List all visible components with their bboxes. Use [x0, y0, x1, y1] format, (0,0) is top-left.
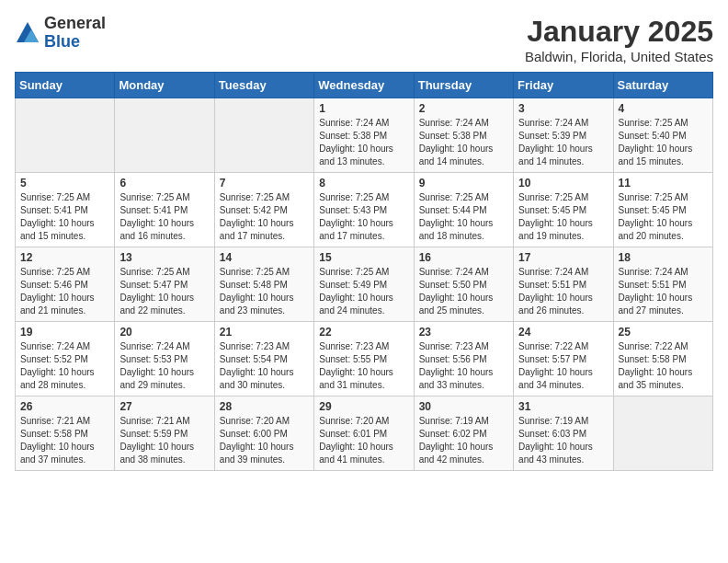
calendar-cell: 12Sunrise: 7:25 AM Sunset: 5:46 PM Dayli… — [16, 247, 115, 322]
day-info: Sunrise: 7:25 AM Sunset: 5:47 PM Dayligh… — [119, 266, 209, 317]
day-info: Sunrise: 7:24 AM Sunset: 5:51 PM Dayligh… — [619, 266, 708, 317]
day-info: Sunrise: 7:24 AM Sunset: 5:39 PM Dayligh… — [518, 117, 608, 168]
calendar-cell — [115, 98, 214, 173]
day-number: 22 — [319, 326, 408, 339]
day-number: 21 — [220, 326, 309, 339]
day-number: 29 — [319, 400, 408, 413]
weekday-header-wednesday: Wednesday — [314, 73, 414, 98]
calendar-cell: 4Sunrise: 7:25 AM Sunset: 5:40 PM Daylig… — [613, 98, 712, 173]
day-number: 9 — [419, 177, 508, 190]
day-number: 19 — [20, 326, 109, 339]
logo: General Blue — [15, 15, 106, 52]
day-number: 26 — [20, 400, 109, 413]
calendar-cell: 11Sunrise: 7:25 AM Sunset: 5:45 PM Dayli… — [613, 173, 712, 247]
calendar-cell — [613, 396, 712, 471]
logo-text: General Blue — [44, 15, 106, 52]
weekday-header-sunday: Sunday — [16, 73, 115, 98]
day-info: Sunrise: 7:21 AM Sunset: 5:59 PM Dayligh… — [119, 415, 209, 466]
week-row-2: 5Sunrise: 7:25 AM Sunset: 5:41 PM Daylig… — [16, 173, 713, 247]
day-info: Sunrise: 7:23 AM Sunset: 5:54 PM Dayligh… — [220, 340, 309, 392]
weekday-header-friday: Friday — [514, 73, 613, 98]
day-number: 20 — [119, 326, 209, 339]
calendar-cell: 17Sunrise: 7:24 AM Sunset: 5:51 PM Dayli… — [514, 247, 613, 322]
calendar-cell: 2Sunrise: 7:24 AM Sunset: 5:38 PM Daylig… — [414, 98, 513, 173]
day-info: Sunrise: 7:25 AM Sunset: 5:40 PM Dayligh… — [619, 117, 708, 168]
day-info: Sunrise: 7:24 AM Sunset: 5:53 PM Dayligh… — [119, 340, 209, 392]
calendar-cell: 8Sunrise: 7:25 AM Sunset: 5:43 PM Daylig… — [314, 173, 414, 247]
day-info: Sunrise: 7:24 AM Sunset: 5:38 PM Dayligh… — [319, 117, 408, 168]
calendar-cell: 27Sunrise: 7:21 AM Sunset: 5:59 PM Dayli… — [115, 396, 214, 471]
day-number: 28 — [220, 400, 309, 413]
calendar-cell — [16, 98, 115, 173]
calendar-subtitle: Baldwin, Florida, United States — [525, 49, 713, 64]
day-info: Sunrise: 7:25 AM Sunset: 5:45 PM Dayligh… — [518, 191, 608, 243]
day-number: 6 — [119, 177, 209, 190]
calendar-cell: 18Sunrise: 7:24 AM Sunset: 5:51 PM Dayli… — [613, 247, 712, 322]
calendar-cell: 25Sunrise: 7:22 AM Sunset: 5:58 PM Dayli… — [613, 322, 712, 396]
title-block: January 2025 Baldwin, Florida, United St… — [525, 15, 713, 64]
day-info: Sunrise: 7:25 AM Sunset: 5:48 PM Dayligh… — [220, 266, 309, 317]
day-info: Sunrise: 7:24 AM Sunset: 5:51 PM Dayligh… — [518, 266, 608, 317]
week-row-1: 1Sunrise: 7:24 AM Sunset: 5:38 PM Daylig… — [16, 98, 713, 173]
day-info: Sunrise: 7:23 AM Sunset: 5:55 PM Dayligh… — [319, 340, 408, 392]
calendar-cell: 20Sunrise: 7:24 AM Sunset: 5:53 PM Dayli… — [115, 322, 214, 396]
day-info: Sunrise: 7:22 AM Sunset: 5:58 PM Dayligh… — [619, 340, 708, 392]
day-info: Sunrise: 7:24 AM Sunset: 5:52 PM Dayligh… — [20, 340, 109, 392]
day-info: Sunrise: 7:25 AM Sunset: 5:41 PM Dayligh… — [20, 191, 109, 243]
calendar-cell: 6Sunrise: 7:25 AM Sunset: 5:41 PM Daylig… — [115, 173, 214, 247]
calendar-cell: 16Sunrise: 7:24 AM Sunset: 5:50 PM Dayli… — [414, 247, 513, 322]
day-info: Sunrise: 7:24 AM Sunset: 5:38 PM Dayligh… — [419, 117, 508, 168]
page-header: General Blue January 2025 Baldwin, Flori… — [15, 15, 713, 64]
day-info: Sunrise: 7:25 AM Sunset: 5:46 PM Dayligh… — [20, 266, 109, 317]
day-number: 8 — [319, 177, 408, 190]
day-number: 2 — [419, 102, 508, 115]
calendar-cell: 28Sunrise: 7:20 AM Sunset: 6:00 PM Dayli… — [214, 396, 313, 471]
day-number: 11 — [619, 177, 708, 190]
calendar-cell: 15Sunrise: 7:25 AM Sunset: 5:49 PM Dayli… — [314, 247, 414, 322]
day-number: 7 — [220, 177, 309, 190]
calendar-cell: 14Sunrise: 7:25 AM Sunset: 5:48 PM Dayli… — [214, 247, 313, 322]
calendar-cell: 5Sunrise: 7:25 AM Sunset: 5:41 PM Daylig… — [16, 173, 115, 247]
day-info: Sunrise: 7:24 AM Sunset: 5:50 PM Dayligh… — [419, 266, 508, 317]
day-info: Sunrise: 7:25 AM Sunset: 5:43 PM Dayligh… — [319, 191, 408, 243]
day-info: Sunrise: 7:25 AM Sunset: 5:44 PM Dayligh… — [419, 191, 508, 243]
weekday-header-monday: Monday — [115, 73, 214, 98]
day-number: 4 — [619, 102, 708, 115]
day-number: 23 — [419, 326, 508, 339]
day-number: 5 — [20, 177, 109, 190]
calendar-cell: 3Sunrise: 7:24 AM Sunset: 5:39 PM Daylig… — [514, 98, 613, 173]
day-number: 13 — [119, 251, 209, 264]
calendar-cell: 24Sunrise: 7:22 AM Sunset: 5:57 PM Dayli… — [514, 322, 613, 396]
calendar-cell: 21Sunrise: 7:23 AM Sunset: 5:54 PM Dayli… — [214, 322, 313, 396]
calendar-cell: 26Sunrise: 7:21 AM Sunset: 5:58 PM Dayli… — [16, 396, 115, 471]
calendar-cell: 13Sunrise: 7:25 AM Sunset: 5:47 PM Dayli… — [115, 247, 214, 322]
calendar-title: January 2025 — [525, 15, 713, 49]
calendar-cell: 29Sunrise: 7:20 AM Sunset: 6:01 PM Dayli… — [314, 396, 414, 471]
day-number: 24 — [518, 326, 608, 339]
day-info: Sunrise: 7:25 AM Sunset: 5:49 PM Dayligh… — [319, 266, 408, 317]
week-row-3: 12Sunrise: 7:25 AM Sunset: 5:46 PM Dayli… — [16, 247, 713, 322]
day-number: 10 — [518, 177, 608, 190]
calendar-cell: 1Sunrise: 7:24 AM Sunset: 5:38 PM Daylig… — [314, 98, 414, 173]
day-info: Sunrise: 7:25 AM Sunset: 5:41 PM Dayligh… — [119, 191, 209, 243]
weekday-header-row: SundayMondayTuesdayWednesdayThursdayFrid… — [16, 73, 713, 98]
weekday-header-tuesday: Tuesday — [214, 73, 313, 98]
weekday-header-saturday: Saturday — [613, 73, 712, 98]
day-number: 17 — [518, 251, 608, 264]
logo-icon — [15, 20, 40, 46]
calendar-cell: 22Sunrise: 7:23 AM Sunset: 5:55 PM Dayli… — [314, 322, 414, 396]
day-number: 30 — [419, 400, 508, 413]
day-number: 27 — [119, 400, 209, 413]
day-number: 18 — [619, 251, 708, 264]
weekday-header-thursday: Thursday — [414, 73, 513, 98]
day-info: Sunrise: 7:20 AM Sunset: 6:00 PM Dayligh… — [220, 415, 309, 466]
week-row-4: 19Sunrise: 7:24 AM Sunset: 5:52 PM Dayli… — [16, 322, 713, 396]
day-number: 31 — [518, 400, 608, 413]
day-number: 3 — [518, 102, 608, 115]
day-info: Sunrise: 7:25 AM Sunset: 5:45 PM Dayligh… — [619, 191, 708, 243]
day-number: 1 — [319, 102, 408, 115]
calendar-cell: 31Sunrise: 7:19 AM Sunset: 6:03 PM Dayli… — [514, 396, 613, 471]
calendar-cell: 10Sunrise: 7:25 AM Sunset: 5:45 PM Dayli… — [514, 173, 613, 247]
day-info: Sunrise: 7:21 AM Sunset: 5:58 PM Dayligh… — [20, 415, 109, 466]
day-info: Sunrise: 7:19 AM Sunset: 6:02 PM Dayligh… — [419, 415, 508, 466]
